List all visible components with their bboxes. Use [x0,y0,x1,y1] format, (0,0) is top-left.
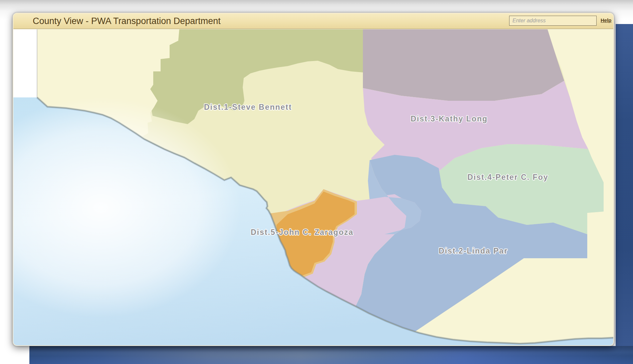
svg-text:Dist.3-Kathy Long: Dist.3-Kathy Long [411,114,488,123]
svg-text:Dist.5-John C. Zaragoza: Dist.5-John C. Zaragoza [251,228,354,237]
svg-text:Dist.1-Steve Bennett: Dist.1-Steve Bennett [204,103,292,111]
svg-text:Dist.4-Peter C. Foy: Dist.4-Peter C. Foy [467,173,549,181]
svg-text:Dist.2-Linda Par: Dist.2-Linda Par [439,247,508,255]
